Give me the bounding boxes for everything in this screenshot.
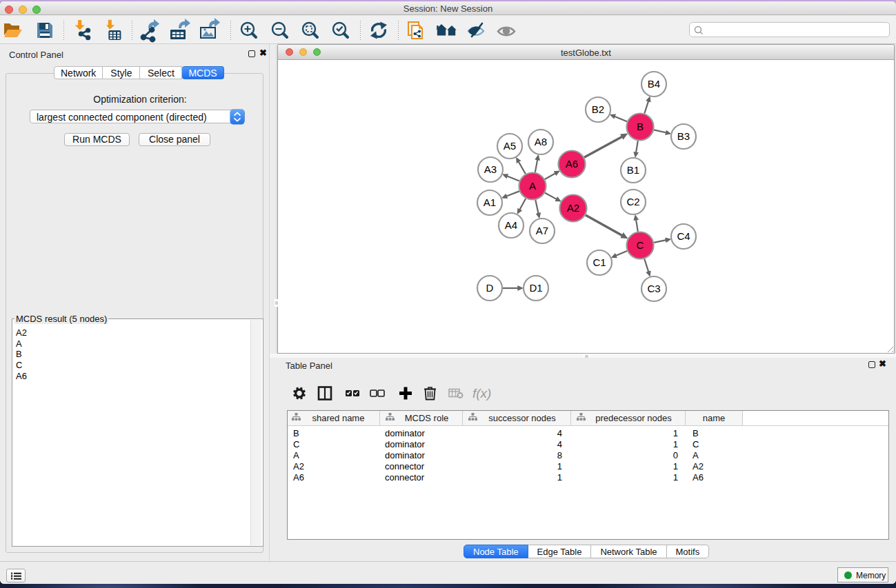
svg-text:C3: C3 <box>647 283 660 294</box>
svg-text:B: B <box>637 121 644 132</box>
svg-text:A4: A4 <box>505 219 517 231</box>
svg-text:A2: A2 <box>567 202 579 214</box>
svg-text:A5: A5 <box>504 140 516 152</box>
svg-text:B2: B2 <box>592 103 604 115</box>
svg-text:f(x): f(x) <box>472 386 491 401</box>
svg-text:A1: A1 <box>484 196 496 208</box>
svg-text:D1: D1 <box>529 282 542 294</box>
svg-text:C2: C2 <box>626 196 639 207</box>
svg-text:A6: A6 <box>566 158 578 170</box>
svg-text:C1: C1 <box>593 256 606 268</box>
svg-text:A3: A3 <box>484 163 497 175</box>
svg-text:C: C <box>637 239 644 251</box>
svg-text:B1: B1 <box>627 164 639 176</box>
svg-text:B4: B4 <box>648 78 660 90</box>
svg-text:A: A <box>529 180 536 192</box>
svg-text:D: D <box>486 282 494 294</box>
svg-text:B3: B3 <box>677 130 690 142</box>
svg-text:A8: A8 <box>535 136 547 148</box>
svg-text:C4: C4 <box>677 230 690 242</box>
svg-text:A7: A7 <box>536 225 548 236</box>
